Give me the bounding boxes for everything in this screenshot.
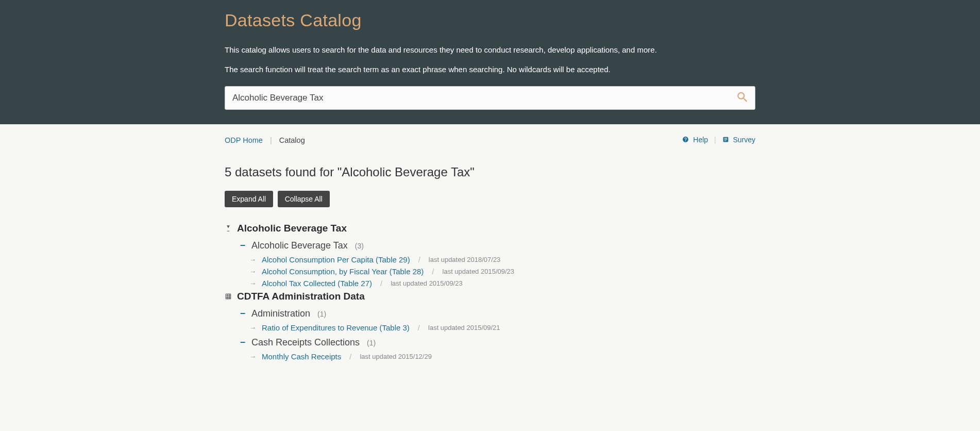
search-button[interactable]: [734, 89, 751, 108]
results-list: Alcoholic Beverage Tax−Alcoholic Beverag…: [225, 223, 755, 361]
page-title: Datasets Catalog: [225, 10, 755, 30]
search-wrap: [225, 86, 755, 110]
separator: /: [380, 279, 382, 288]
subcategory-title: Alcoholic Beverage Tax: [251, 240, 348, 251]
subcategory-row: −Administration (1): [239, 308, 755, 319]
header-band: Datasets Catalog This catalog allows use…: [0, 0, 980, 124]
glass-icon: [225, 225, 232, 232]
survey-link[interactable]: Survey: [733, 136, 755, 144]
subcategory-count: (1): [367, 339, 376, 347]
breadcrumb-current: Catalog: [279, 136, 305, 144]
subcategory-count: (1): [317, 310, 326, 318]
survey-icon: [722, 136, 729, 144]
arrow-right-icon: →: [249, 324, 257, 331]
dataset-link[interactable]: Alcohol Tax Collected (Table 27): [262, 279, 372, 288]
category-row: CDTFA Administration Data: [225, 291, 755, 302]
dataset-row: →Ratio of Expenditures to Revenue (Table…: [249, 323, 755, 332]
collapse-all-button[interactable]: Collapse All: [278, 191, 330, 207]
separator: /: [349, 352, 351, 361]
results-heading: 5 datasets found for "Alcoholic Beverage…: [225, 165, 755, 179]
intro-text-2: The search function will treat the searc…: [225, 63, 755, 76]
collapse-toggle-icon[interactable]: −: [239, 337, 246, 348]
util-links: Help | Survey: [682, 136, 755, 144]
help-icon: [682, 136, 689, 144]
category-title: Alcoholic Beverage Tax: [237, 223, 347, 234]
sub-nav: ODP Home | Catalog Help | Survey: [225, 124, 755, 150]
breadcrumb-separator: |: [270, 136, 272, 144]
help-link[interactable]: Help: [693, 136, 708, 144]
separator: /: [432, 267, 434, 276]
util-separator: |: [714, 136, 716, 144]
last-updated: last updated 2015/12/29: [360, 353, 432, 360]
separator: /: [418, 255, 420, 264]
subcategory-row: −Cash Receipts Collections (1): [239, 337, 755, 348]
subcategory-count: (3): [355, 242, 364, 250]
last-updated: last updated 2018/07/23: [429, 256, 501, 263]
separator: /: [418, 323, 420, 332]
collapse-toggle-icon[interactable]: −: [239, 308, 246, 319]
arrow-right-icon: →: [249, 256, 257, 263]
dataset-link[interactable]: Alcohol Consumption Per Capita (Table 29…: [262, 255, 410, 264]
dataset-row: →Monthly Cash Receipts/last updated 2015…: [249, 352, 755, 361]
table-icon: [225, 293, 232, 300]
collapse-toggle-icon[interactable]: −: [239, 240, 246, 251]
arrow-right-icon: →: [249, 353, 257, 360]
intro-text-1: This catalog allows users to search for …: [225, 44, 755, 56]
breadcrumb-home-link[interactable]: ODP Home: [225, 136, 263, 144]
expand-controls: Expand All Collapse All: [225, 191, 755, 207]
breadcrumb: ODP Home | Catalog: [225, 136, 305, 144]
search-input[interactable]: [225, 86, 755, 110]
expand-all-button[interactable]: Expand All: [225, 191, 273, 207]
subcategory-title: Cash Receipts Collections: [251, 337, 360, 348]
dataset-link[interactable]: Ratio of Expenditures to Revenue (Table …: [262, 323, 410, 332]
last-updated: last updated 2015/09/23: [443, 268, 515, 275]
arrow-right-icon: →: [249, 279, 257, 287]
last-updated: last updated 2015/09/23: [391, 279, 463, 287]
subcategory-row: −Alcoholic Beverage Tax (3): [239, 240, 755, 251]
dataset-link[interactable]: Alcohol Consumption, by Fiscal Year (Tab…: [262, 267, 424, 276]
search-icon: [736, 98, 749, 106]
subcategory-title: Administration: [251, 308, 310, 319]
category-title: CDTFA Administration Data: [237, 291, 365, 302]
arrow-right-icon: →: [249, 268, 257, 275]
dataset-row: →Alcohol Consumption, by Fiscal Year (Ta…: [249, 267, 755, 276]
dataset-link[interactable]: Monthly Cash Receipts: [262, 352, 341, 361]
dataset-row: →Alcohol Consumption Per Capita (Table 2…: [249, 255, 755, 264]
last-updated: last updated 2015/09/21: [428, 324, 500, 331]
category-row: Alcoholic Beverage Tax: [225, 223, 755, 234]
dataset-row: →Alcohol Tax Collected (Table 27)/last u…: [249, 279, 755, 288]
